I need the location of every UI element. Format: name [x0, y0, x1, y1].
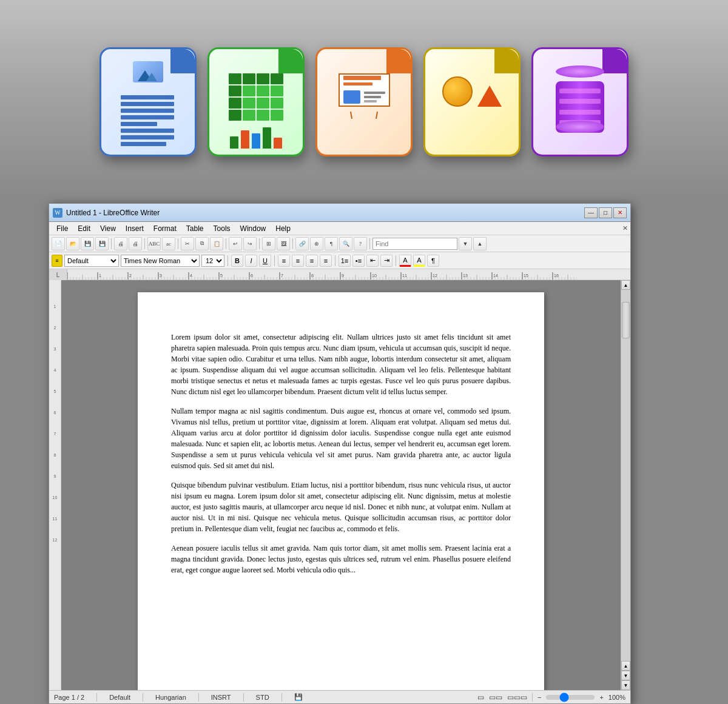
print-preview-button[interactable]: 🖨 [114, 237, 127, 250]
menu-window[interactable]: Window [235, 223, 271, 234]
autocorrect-button[interactable]: ac [162, 237, 175, 250]
calc-icon[interactable] [207, 47, 305, 156]
view-page-icon[interactable]: ▭▭ [489, 693, 502, 702]
menu-tools[interactable]: Tools [209, 223, 235, 234]
charformat-button[interactable]: ¶ [427, 255, 439, 267]
menu-insert[interactable]: Insert [121, 223, 149, 234]
align-center-button[interactable]: ≡ [292, 255, 304, 267]
align-left-button[interactable]: ≡ [278, 255, 290, 267]
undo-button[interactable]: ↩ [229, 237, 242, 250]
find-prev-button[interactable]: ▼ [459, 237, 472, 250]
page-container: Lorem ipsum dolor sit amet, consectetur … [61, 280, 621, 690]
svg-text:13: 13 [463, 273, 468, 278]
status-sep1 [96, 693, 97, 702]
scroll-thumb[interactable] [622, 302, 630, 338]
svg-text:16: 16 [554, 273, 559, 278]
selection-mode[interactable]: STD [256, 694, 269, 701]
unsaved-icon: 💾 [294, 693, 303, 701]
redo-button[interactable]: ↪ [243, 237, 257, 250]
find-prev-icon: ▼ [463, 241, 468, 247]
saveas-button[interactable]: 💾 [95, 237, 109, 250]
hyperlink-button[interactable]: 🔗 [295, 237, 309, 250]
separator-fmt1 [228, 255, 228, 266]
scroll-up-button[interactable]: ▲ [621, 280, 630, 290]
zoom-level[interactable]: 100% [608, 694, 625, 701]
impress-icon[interactable] [315, 47, 413, 156]
menu-help[interactable]: Help [271, 223, 295, 234]
menu-table[interactable]: Table [181, 223, 209, 234]
underline-button[interactable]: U [259, 255, 271, 267]
new-icon: 📄 [55, 241, 62, 247]
view-book-icon[interactable]: ▭▭▭ [507, 693, 527, 702]
save-button[interactable]: 💾 [81, 237, 94, 250]
navigator-icon: ⊕ [314, 241, 319, 247]
insert-image-button[interactable]: 🖼 [277, 237, 290, 250]
align-right-button[interactable]: ≡ [306, 255, 318, 267]
scroll-down-button[interactable]: ▼ [621, 680, 630, 690]
horizontal-ruler: L // Will be drawn via JS below 12345678… [49, 269, 630, 280]
open-icon: 📂 [70, 241, 76, 247]
svg-text:11: 11 [402, 273, 407, 278]
zoom-button[interactable]: 🔍 [339, 237, 352, 250]
scroll-down2-button[interactable]: ▼ [621, 671, 630, 680]
close-button[interactable]: ✕ [613, 207, 627, 218]
document-page[interactable]: Lorem ipsum dolor sit amet, consectetur … [138, 292, 544, 690]
nonprint-button[interactable]: ¶ [325, 237, 338, 250]
cut-icon: ✂ [185, 241, 190, 247]
vertical-scrollbar[interactable]: ▲ ▲ ▼ ▼ [621, 280, 630, 690]
ruler-mark-4: 4 [54, 368, 56, 372]
paragraph-style-select[interactable]: Default [64, 255, 119, 267]
minimize-button[interactable]: — [584, 207, 598, 218]
scroll-track[interactable] [621, 290, 630, 661]
ruler-mark-2: 2 [54, 326, 56, 330]
bold-button[interactable]: B [231, 255, 243, 267]
menu-file[interactable]: File [52, 223, 73, 234]
svg-text:6: 6 [251, 273, 253, 278]
font-size-select[interactable]: 12 [201, 255, 224, 267]
paragraph-4: Aenean posuere iaculis tellus sit amet g… [171, 543, 511, 575]
copy-button[interactable]: ⧉ [195, 237, 209, 250]
cut-button[interactable]: ✂ [181, 237, 194, 250]
menu-edit[interactable]: Edit [73, 223, 95, 234]
ruler-mark-3: 3 [54, 347, 56, 351]
open-button[interactable]: 📂 [66, 237, 79, 250]
outdent-button[interactable]: ⇤ [366, 255, 379, 267]
spellcheck-button[interactable]: ABC [147, 237, 161, 250]
draw-icon[interactable] [423, 47, 521, 156]
titlebar-title: Untitled 1 - LibreOffice Writer [66, 209, 583, 217]
insert-mode[interactable]: INSRT [211, 694, 231, 701]
highlight-button[interactable]: A [413, 255, 425, 267]
ruler-mark-9: 9 [54, 474, 56, 478]
italic-button[interactable]: I [245, 255, 257, 267]
print-button[interactable]: 🖨 [129, 237, 142, 250]
separator5 [259, 238, 260, 249]
fontcolor-button[interactable]: A [399, 255, 411, 267]
new-button[interactable]: 📄 [52, 237, 65, 250]
indent-button[interactable]: ⇥ [380, 255, 393, 267]
zoom-slider[interactable] [546, 695, 595, 700]
view-normal-icon[interactable]: ▭ [477, 693, 484, 702]
base-icon[interactable] [531, 47, 629, 156]
find-next-button[interactable]: ▲ [473, 237, 487, 250]
numbering-button[interactable]: 1≡ [339, 255, 351, 267]
menu-view[interactable]: View [95, 223, 121, 234]
font-select[interactable]: Times New Roman [121, 255, 200, 267]
paste-button[interactable]: 📋 [210, 237, 223, 250]
insert-table-button[interactable]: ⊞ [262, 237, 275, 250]
styles-icon-btn[interactable]: ≡ [52, 255, 62, 267]
zoom-out-icon[interactable]: − [538, 694, 541, 701]
help-button[interactable]: ? [354, 237, 367, 250]
maximize-button[interactable]: □ [599, 207, 612, 218]
paragraph-3: Quisque bibendum pulvinar vestibulum. Et… [171, 480, 511, 534]
align-justify-button[interactable]: ≡ [320, 255, 332, 267]
window-close-x[interactable]: ✕ [622, 224, 628, 232]
bullets-button[interactable]: •≡ [352, 255, 365, 267]
find-input[interactable] [372, 238, 457, 250]
navigator-button[interactable]: ⊕ [310, 237, 323, 250]
zoom-in-icon[interactable]: + [599, 694, 603, 701]
toolbar2: ≡ Default Times New Roman 12 B I U ≡ ≡ ≡… [49, 252, 630, 269]
menu-format[interactable]: Format [149, 223, 181, 234]
writer-icon[interactable] [99, 47, 197, 156]
writer-window: W Untitled 1 - LibreOffice Writer — □ ✕ … [49, 203, 631, 704]
scroll-up2-button[interactable]: ▲ [621, 661, 630, 671]
